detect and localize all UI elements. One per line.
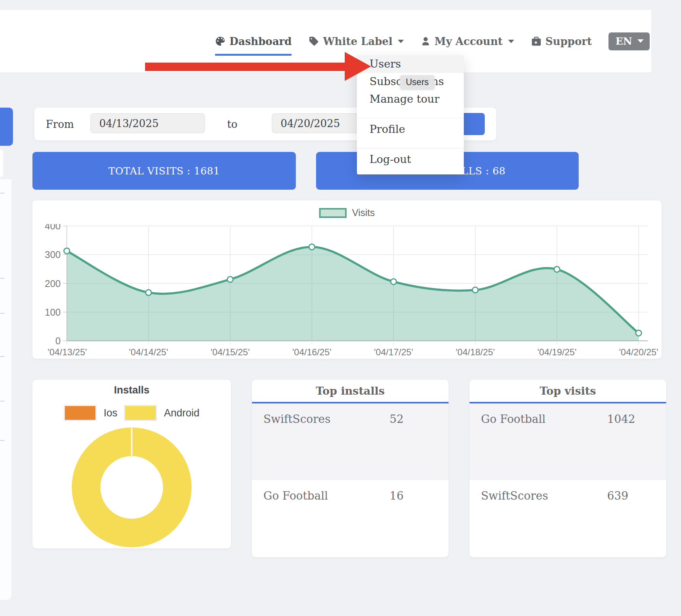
app-name: Go Football xyxy=(481,413,545,426)
caret-down-icon xyxy=(508,40,514,43)
svg-text:'04/16/25': '04/16/25' xyxy=(292,347,332,357)
ios-legend-swatch xyxy=(64,405,97,421)
menu-item-logout[interactable]: Log-out xyxy=(357,151,464,168)
svg-text:400: 400 xyxy=(45,224,61,231)
installs-card-title: Installs xyxy=(32,384,231,396)
header-bar: Dashboard White Label My Account Support… xyxy=(0,10,651,73)
menu-item-profile[interactable]: Profile xyxy=(357,121,464,138)
visits-area-chart: 0100200300400'04/13/25''04/14/25''04/15/… xyxy=(32,224,662,359)
dashboard-page: { "nav": { "items": [ {"label": "Dashboa… xyxy=(0,0,681,616)
from-date-input[interactable]: 04/13/2025 xyxy=(90,113,205,133)
installs-donut-chart xyxy=(71,426,193,548)
left-edge-white-fragment xyxy=(0,150,3,177)
svg-text:'04/17/25': '04/17/25' xyxy=(374,347,413,357)
app-visit-count: 1042 xyxy=(607,413,636,426)
app-install-count: 16 xyxy=(390,489,404,502)
nav-white-label-label: White Label xyxy=(323,35,392,47)
from-label: From xyxy=(46,108,74,140)
app-name: Go Football xyxy=(263,489,328,502)
left-edge-blue-fragment xyxy=(0,108,13,146)
to-label: to xyxy=(227,108,237,140)
user-icon xyxy=(421,36,431,46)
svg-text:'04/19/25': '04/19/25' xyxy=(537,347,577,357)
svg-text:100: 100 xyxy=(45,307,61,318)
to-date-value: 04/20/2025 xyxy=(281,118,340,129)
dashboard-palette-icon xyxy=(215,36,226,47)
nav-support-label: Support xyxy=(545,35,592,47)
nav-my-account-label: My Account xyxy=(434,35,503,47)
nav-dashboard[interactable]: Dashboard xyxy=(215,35,292,47)
svg-text:'04/18/25': '04/18/25' xyxy=(456,347,495,357)
table-row: SwiftScores 52 xyxy=(252,403,449,480)
app-install-count: 52 xyxy=(390,413,404,426)
caret-down-icon xyxy=(398,40,404,43)
medkit-icon xyxy=(531,36,542,47)
my-account-dropdown: Users Subscriptions Manage tour Profile … xyxy=(357,55,464,174)
app-name: SwiftScores xyxy=(481,489,548,502)
top-installs-title: Top installs xyxy=(252,380,449,402)
svg-text:300: 300 xyxy=(45,249,61,260)
tag-icon xyxy=(308,36,319,47)
nav-support[interactable]: Support xyxy=(531,35,592,47)
visits-chart-card: Visits 0100200300400'04/13/25''04/14/25'… xyxy=(32,200,662,359)
menu-item-manage-tour[interactable]: Manage tour xyxy=(357,90,464,108)
app-visit-count: 639 xyxy=(607,489,628,502)
android-legend-swatch xyxy=(124,405,157,421)
svg-text:'04/13/25': '04/13/25' xyxy=(48,347,87,357)
total-visits-banner: TOTAL VISITS : 1681 xyxy=(32,152,296,190)
installs-legend[interactable]: Ios Android xyxy=(32,405,231,421)
top-visits-card: Top visits Go Football 1042 SwiftScores … xyxy=(470,380,666,557)
menu-item-users[interactable]: Users xyxy=(357,55,464,73)
svg-text:'04/14/25': '04/14/25' xyxy=(129,347,168,357)
installs-card: Installs Ios Android xyxy=(32,380,231,548)
from-date-value: 04/13/2025 xyxy=(99,118,159,129)
svg-text:'04/20/25': '04/20/25' xyxy=(619,347,658,357)
nav-white-label[interactable]: White Label xyxy=(308,35,404,47)
caret-down-icon xyxy=(637,39,644,43)
svg-text:'04/15/25': '04/15/25' xyxy=(211,347,250,357)
menu-divider xyxy=(357,118,464,118)
ios-legend-label: Ios xyxy=(103,407,117,419)
visits-legend[interactable]: Visits xyxy=(32,207,662,218)
android-legend-label: Android xyxy=(164,407,199,419)
left-edge-panel-fragment xyxy=(0,179,11,600)
top-visits-title: Top visits xyxy=(470,380,666,402)
svg-text:0: 0 xyxy=(55,335,61,346)
table-row: Go Football 1042 xyxy=(470,403,666,480)
svg-text:200: 200 xyxy=(45,278,61,289)
language-code: EN xyxy=(615,35,632,47)
users-tooltip: Users xyxy=(400,75,434,89)
nav-my-account[interactable]: My Account xyxy=(421,35,514,47)
top-installs-card: Top installs SwiftScores 52 Go Football … xyxy=(252,380,449,557)
nav-dashboard-label: Dashboard xyxy=(229,35,292,47)
language-selector[interactable]: EN xyxy=(608,32,650,50)
total-visits-text: TOTAL VISITS : 1681 xyxy=(108,165,220,177)
table-row: Go Football 16 xyxy=(252,480,449,557)
visits-legend-swatch xyxy=(319,208,347,218)
table-row: SwiftScores 639 xyxy=(470,480,666,557)
visits-legend-label: Visits xyxy=(352,207,374,218)
menu-divider xyxy=(357,148,464,148)
app-name: SwiftScores xyxy=(263,413,331,426)
